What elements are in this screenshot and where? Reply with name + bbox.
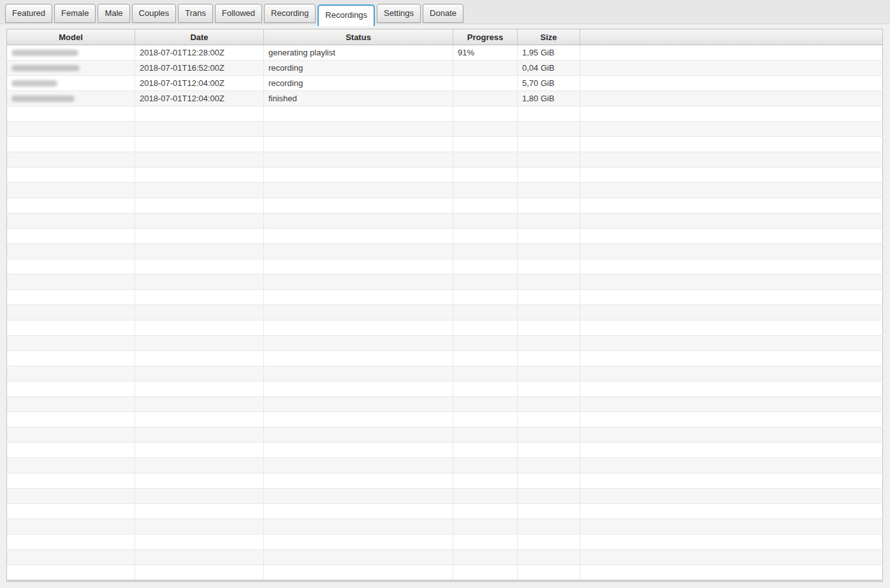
tab-trans[interactable]: Trans <box>178 4 213 23</box>
progress-cell <box>453 244 518 259</box>
size-cell: 1,95 GiB <box>518 45 580 61</box>
empty-table-row <box>7 198 883 213</box>
model-cell <box>7 351 135 366</box>
empty-table-row <box>7 336 883 351</box>
date-cell <box>135 550 264 565</box>
date-cell <box>135 412 264 427</box>
model-cell <box>7 290 135 305</box>
size-cell <box>518 443 580 458</box>
date-cell <box>135 504 264 519</box>
size-cell <box>518 152 580 168</box>
tab-settings[interactable]: Settings <box>377 4 421 23</box>
model-cell <box>7 137 135 152</box>
tab-donate[interactable]: Donate <box>423 4 463 23</box>
model-cell <box>7 91 135 106</box>
model-cell <box>7 382 135 397</box>
table-row[interactable]: 2018-07-01T16:52:00Z recording 0,04 GiB <box>7 61 883 76</box>
status-cell <box>264 473 453 489</box>
tab-followed[interactable]: Followed <box>215 4 262 23</box>
status-cell <box>264 519 453 534</box>
size-cell <box>518 504 580 519</box>
column-header-date[interactable]: Date <box>135 29 264 45</box>
table-row[interactable]: 2018-07-01T12:28:00Z generating playlist… <box>7 45 883 61</box>
blank-cell <box>580 320 883 336</box>
blank-cell <box>580 290 883 305</box>
tab-male[interactable]: Male <box>98 4 129 23</box>
model-cell <box>7 489 135 504</box>
blank-cell <box>580 229 883 244</box>
column-header-model[interactable]: Model <box>7 29 135 45</box>
blank-cell <box>580 443 883 458</box>
model-cell <box>7 168 135 183</box>
recordings-panel: Model Date Status Progress Size 2018-07-… <box>6 29 883 580</box>
model-name-redacted <box>11 80 57 87</box>
tab-recording[interactable]: Recording <box>264 4 316 23</box>
table-row[interactable]: 2018-07-01T12:04:00Z finished 1,80 GiB <box>7 91 883 106</box>
table-row[interactable]: 2018-07-01T12:04:00Z recording 5,70 GiB <box>7 76 883 91</box>
progress-cell <box>453 519 518 534</box>
model-cell <box>7 412 135 427</box>
size-cell <box>518 198 580 213</box>
empty-table-row <box>7 550 883 565</box>
model-cell <box>7 275 135 290</box>
progress-cell <box>453 397 518 412</box>
progress-cell <box>453 320 518 336</box>
model-cell <box>7 61 135 76</box>
empty-table-row <box>7 366 883 382</box>
date-cell <box>135 122 264 137</box>
status-cell <box>264 336 453 351</box>
empty-table-row <box>7 168 883 183</box>
progress-cell <box>453 382 518 397</box>
model-cell <box>7 76 135 91</box>
empty-table-row <box>7 259 883 275</box>
date-cell <box>135 290 264 305</box>
progress-cell <box>453 76 518 91</box>
empty-table-row <box>7 305 883 320</box>
blank-cell <box>580 458 883 473</box>
model-cell <box>7 244 135 259</box>
size-cell <box>518 259 580 275</box>
size-cell <box>518 320 580 336</box>
status-cell <box>264 275 453 290</box>
blank-cell <box>580 122 883 137</box>
status-cell <box>264 290 453 305</box>
tab-female[interactable]: Female <box>54 4 96 23</box>
model-cell <box>7 427 135 443</box>
empty-table-row <box>7 504 883 519</box>
empty-table-row <box>7 519 883 534</box>
model-cell <box>7 519 135 534</box>
tab-featured[interactable]: Featured <box>5 4 52 23</box>
size-cell <box>518 244 580 259</box>
empty-table-row <box>7 382 883 397</box>
tab-couples[interactable]: Couples <box>132 4 177 23</box>
progress-cell <box>453 534 518 550</box>
size-cell <box>518 275 580 290</box>
column-header-progress[interactable]: Progress <box>453 29 518 45</box>
blank-cell <box>580 152 883 168</box>
blank-cell <box>580 519 883 534</box>
status-cell <box>264 198 453 213</box>
progress-cell <box>453 183 518 198</box>
tab-recordings[interactable]: Recordings <box>317 4 375 26</box>
progress-cell <box>453 366 518 382</box>
status-cell: generating playlist <box>264 45 453 61</box>
progress-cell <box>453 290 518 305</box>
date-cell <box>135 443 264 458</box>
progress-cell <box>453 473 518 489</box>
size-cell <box>518 351 580 366</box>
model-cell <box>7 397 135 412</box>
blank-cell <box>580 351 883 366</box>
model-name-redacted <box>11 65 80 71</box>
empty-table-row <box>7 351 883 366</box>
status-cell <box>264 504 453 519</box>
empty-table-row <box>7 458 883 473</box>
model-name-redacted <box>11 96 75 102</box>
empty-table-row <box>7 152 883 168</box>
date-cell <box>135 198 264 213</box>
column-header-size[interactable]: Size <box>518 29 580 45</box>
date-cell <box>135 534 264 550</box>
model-cell <box>7 183 135 198</box>
column-header-status[interactable]: Status <box>264 29 453 45</box>
size-cell <box>518 397 580 412</box>
progress-cell <box>453 152 518 168</box>
